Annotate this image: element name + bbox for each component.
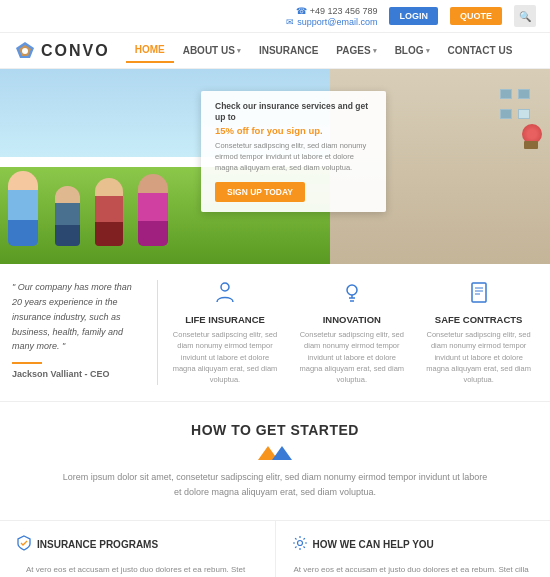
main-nav: HOME ABOUT US ▾ INSURANCE PAGES ▾ BLOG ▾… bbox=[126, 38, 522, 63]
document-icon bbox=[424, 280, 533, 309]
insurance-programs-list: At vero eos et accusam et justo duo dolo… bbox=[16, 564, 259, 577]
chevron-down-icon-pages: ▾ bbox=[373, 47, 377, 55]
nav-item-home[interactable]: HOME bbox=[126, 38, 174, 63]
search-icon: 🔍 bbox=[519, 11, 531, 22]
hero-popup-box: Check our insurance services and get up … bbox=[201, 91, 386, 212]
hero-box-subtitle: 15% off for you sign up. bbox=[215, 125, 372, 136]
nav-item-about[interactable]: ABOUT US ▾ bbox=[174, 39, 250, 62]
svg-rect-8 bbox=[472, 283, 486, 302]
phone-icon: ☎ bbox=[296, 6, 307, 16]
quote-column: " Our company has more than 20 years exp… bbox=[12, 280, 158, 385]
email-icon: ✉ bbox=[286, 17, 294, 27]
logo[interactable]: CONVO bbox=[14, 40, 110, 62]
logo-nav-bar: CONVO HOME ABOUT US ▾ INSURANCE PAGES ▾ … bbox=[0, 33, 550, 69]
svg-point-3 bbox=[221, 283, 229, 291]
nav-item-blog[interactable]: BLOG ▾ bbox=[386, 39, 439, 62]
quote-divider bbox=[12, 362, 42, 364]
search-button[interactable]: 🔍 bbox=[514, 5, 536, 27]
how-help-text: At vero eos et accusam et justo duo dolo… bbox=[292, 564, 535, 577]
svg-point-4 bbox=[347, 285, 357, 295]
gear-icon bbox=[292, 535, 308, 554]
login-button[interactable]: LOGIN bbox=[389, 7, 438, 25]
how-title: HOW TO GET STARTED bbox=[30, 422, 520, 438]
how-section: HOW TO GET STARTED Lorem ipsum dolor sit… bbox=[0, 402, 550, 521]
features-section: " Our company has more than 20 years exp… bbox=[0, 264, 550, 402]
feature-contracts-text: Consetetur sadipscing elitr, sed diam no… bbox=[424, 329, 533, 385]
card-title-help: HOW WE CAN HELP YOU bbox=[292, 535, 535, 554]
feature-life-title: LIFE INSURANCE bbox=[171, 314, 280, 325]
nav-item-contact[interactable]: CONTACT US bbox=[439, 39, 522, 62]
insurance-programs-card: INSURANCE PROGRAMS At vero eos et accusa… bbox=[0, 521, 276, 577]
contact-info: ☎ +49 123 456 789 ✉ support@email.com bbox=[286, 6, 377, 27]
phone-number: ☎ +49 123 456 789 bbox=[296, 6, 378, 16]
quote-text: " Our company has more than 20 years exp… bbox=[12, 280, 143, 354]
how-text: Lorem ipsum dolor sit amet, consetetur s… bbox=[60, 470, 490, 500]
triangle-blue-icon bbox=[272, 446, 292, 460]
quote-button[interactable]: QUOTE bbox=[450, 7, 502, 25]
person-icon bbox=[171, 280, 280, 309]
card-title-insurance: INSURANCE PROGRAMS bbox=[16, 535, 259, 554]
cards-section: INSURANCE PROGRAMS At vero eos et accusa… bbox=[0, 521, 550, 577]
list-item: At vero eos et accusam et justo duo dolo… bbox=[16, 564, 259, 577]
hero-box-title: Check our insurance services and get up … bbox=[215, 101, 372, 123]
hero-box-body: Consetetur sadipscing elitr, sed diam no… bbox=[215, 141, 372, 174]
top-bar: ☎ +49 123 456 789 ✉ support@email.com LO… bbox=[0, 0, 550, 33]
signup-button[interactable]: SIGN UP TODAY bbox=[215, 182, 305, 202]
chevron-down-icon-blog: ▾ bbox=[426, 47, 430, 55]
nav-item-pages[interactable]: PAGES ▾ bbox=[327, 39, 385, 62]
shield-icon bbox=[16, 535, 32, 554]
feature-innovation: INNOVATION Consetetur sadipscing elitr, … bbox=[292, 280, 411, 385]
feature-life-text: Consetetur sadipscing elitr, sed diam no… bbox=[171, 329, 280, 385]
svg-point-12 bbox=[297, 540, 302, 545]
svg-point-2 bbox=[22, 48, 28, 54]
nav-item-insurance[interactable]: INSURANCE bbox=[250, 39, 327, 62]
feature-contracts: SAFE CONTRACTS Consetetur sadipscing eli… bbox=[419, 280, 538, 385]
feature-contracts-title: SAFE CONTRACTS bbox=[424, 314, 533, 325]
feature-innovation-title: INNOVATION bbox=[297, 314, 406, 325]
bulb-icon bbox=[297, 280, 406, 309]
email-address: ✉ support@email.com bbox=[286, 17, 377, 27]
quote-author: Jackson Valliant - CEO bbox=[12, 369, 143, 379]
chevron-down-icon: ▾ bbox=[237, 47, 241, 55]
feature-life-insurance: LIFE INSURANCE Consetetur sadipscing eli… bbox=[166, 280, 285, 385]
how-help-card: HOW WE CAN HELP YOU At vero eos et accus… bbox=[276, 521, 551, 577]
feature-innovation-text: Consetetur sadipscing elitr, sed diam no… bbox=[297, 329, 406, 385]
how-icon bbox=[30, 446, 520, 460]
hero-section: Check our insurance services and get up … bbox=[0, 69, 550, 264]
logo-icon bbox=[14, 40, 36, 62]
logo-text: CONVO bbox=[41, 42, 110, 60]
